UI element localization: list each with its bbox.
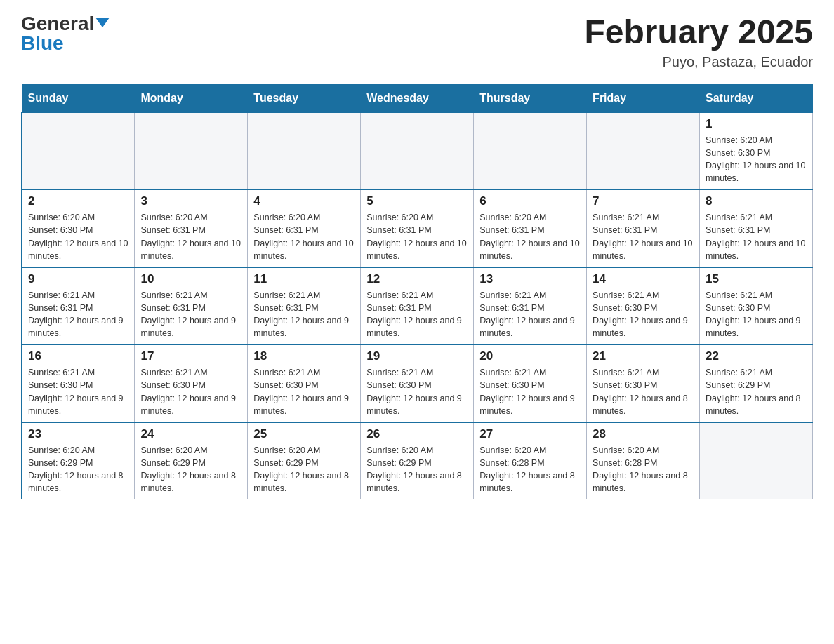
calendar-day-cell (587, 112, 700, 190)
calendar-day-cell: 19Sunrise: 6:21 AMSunset: 6:30 PMDayligh… (361, 344, 474, 422)
day-of-week-header: Sunday (22, 84, 135, 112)
day-info: Sunrise: 6:21 AMSunset: 6:30 PMDaylight:… (253, 366, 355, 417)
day-info: Sunrise: 6:21 AMSunset: 6:30 PMDaylight:… (593, 366, 694, 417)
day-of-week-header: Monday (135, 84, 248, 112)
logo-blue-text: Blue (21, 34, 64, 53)
day-info: Sunrise: 6:20 AMSunset: 6:29 PMDaylight:… (366, 444, 468, 495)
calendar-day-cell: 4Sunrise: 6:20 AMSunset: 6:31 PMDaylight… (248, 189, 361, 267)
day-number: 25 (253, 427, 355, 441)
day-info: Sunrise: 6:21 AMSunset: 6:30 PMDaylight:… (28, 366, 128, 417)
calendar-day-cell: 28Sunrise: 6:20 AMSunset: 6:28 PMDayligh… (587, 422, 700, 499)
calendar-week-row: 9Sunrise: 6:21 AMSunset: 6:31 PMDaylight… (22, 267, 813, 345)
day-number: 12 (366, 272, 468, 286)
day-number: 9 (28, 272, 128, 286)
day-number: 22 (706, 349, 807, 363)
day-info: Sunrise: 6:20 AMSunset: 6:31 PMDaylight:… (366, 211, 468, 262)
day-info: Sunrise: 6:20 AMSunset: 6:28 PMDaylight:… (593, 444, 694, 495)
calendar-day-cell: 16Sunrise: 6:21 AMSunset: 6:30 PMDayligh… (22, 344, 135, 422)
calendar-day-cell: 13Sunrise: 6:21 AMSunset: 6:31 PMDayligh… (474, 267, 587, 345)
calendar-week-row: 2Sunrise: 6:20 AMSunset: 6:30 PMDaylight… (22, 189, 813, 267)
day-number: 13 (479, 272, 581, 286)
day-info: Sunrise: 6:20 AMSunset: 6:30 PMDaylight:… (706, 134, 807, 185)
day-info: Sunrise: 6:20 AMSunset: 6:31 PMDaylight:… (140, 211, 241, 262)
calendar-day-cell: 3Sunrise: 6:20 AMSunset: 6:31 PMDaylight… (135, 189, 248, 267)
calendar-day-cell (700, 422, 813, 499)
day-number: 26 (366, 427, 468, 441)
calendar-day-cell: 2Sunrise: 6:20 AMSunset: 6:30 PMDaylight… (22, 189, 135, 267)
day-info: Sunrise: 6:20 AMSunset: 6:30 PMDaylight:… (28, 211, 128, 262)
day-info: Sunrise: 6:20 AMSunset: 6:31 PMDaylight:… (253, 211, 355, 262)
day-number: 8 (706, 194, 807, 208)
day-number: 2 (28, 194, 128, 208)
day-number: 7 (593, 194, 694, 208)
calendar-table: SundayMondayTuesdayWednesdayThursdayFrid… (21, 84, 813, 500)
calendar-day-cell: 14Sunrise: 6:21 AMSunset: 6:30 PMDayligh… (587, 267, 700, 345)
day-number: 20 (479, 349, 581, 363)
calendar-day-cell: 20Sunrise: 6:21 AMSunset: 6:30 PMDayligh… (474, 344, 587, 422)
calendar-day-cell (474, 112, 587, 190)
calendar-day-cell: 27Sunrise: 6:20 AMSunset: 6:28 PMDayligh… (474, 422, 587, 499)
day-info: Sunrise: 6:21 AMSunset: 6:31 PMDaylight:… (706, 211, 807, 262)
day-number: 23 (28, 427, 128, 441)
calendar-day-cell: 18Sunrise: 6:21 AMSunset: 6:30 PMDayligh… (248, 344, 361, 422)
day-number: 19 (366, 349, 468, 363)
day-info: Sunrise: 6:21 AMSunset: 6:31 PMDaylight:… (593, 211, 694, 262)
day-number: 21 (593, 349, 694, 363)
day-number: 6 (479, 194, 581, 208)
calendar-week-row: 1Sunrise: 6:20 AMSunset: 6:30 PMDaylight… (22, 112, 813, 190)
day-of-week-header: Tuesday (248, 84, 361, 112)
calendar-week-row: 16Sunrise: 6:21 AMSunset: 6:30 PMDayligh… (22, 344, 813, 422)
day-info: Sunrise: 6:21 AMSunset: 6:31 PMDaylight:… (253, 289, 355, 340)
day-info: Sunrise: 6:21 AMSunset: 6:31 PMDaylight:… (28, 289, 128, 340)
day-number: 28 (593, 427, 694, 441)
calendar-day-cell (361, 112, 474, 190)
logo-arrow-icon (95, 18, 110, 27)
calendar-day-cell (22, 112, 135, 190)
day-info: Sunrise: 6:21 AMSunset: 6:31 PMDaylight:… (140, 289, 241, 340)
calendar-day-cell (248, 112, 361, 190)
location-title: Puyo, Pastaza, Ecuador (584, 54, 813, 70)
day-info: Sunrise: 6:21 AMSunset: 6:30 PMDaylight:… (140, 366, 241, 417)
day-number: 11 (253, 272, 355, 286)
day-number: 10 (140, 272, 241, 286)
calendar-header-row: SundayMondayTuesdayWednesdayThursdayFrid… (22, 84, 813, 112)
day-info: Sunrise: 6:21 AMSunset: 6:31 PMDaylight:… (366, 289, 468, 340)
calendar-day-cell: 5Sunrise: 6:20 AMSunset: 6:31 PMDaylight… (361, 189, 474, 267)
day-info: Sunrise: 6:21 AMSunset: 6:30 PMDaylight:… (479, 366, 581, 417)
logo: General Blue (21, 14, 110, 53)
day-info: Sunrise: 6:20 AMSunset: 6:29 PMDaylight:… (253, 444, 355, 495)
day-info: Sunrise: 6:20 AMSunset: 6:29 PMDaylight:… (140, 444, 241, 495)
day-number: 14 (593, 272, 694, 286)
calendar-day-cell: 21Sunrise: 6:21 AMSunset: 6:30 PMDayligh… (587, 344, 700, 422)
day-of-week-header: Saturday (700, 84, 813, 112)
calendar-day-cell: 17Sunrise: 6:21 AMSunset: 6:30 PMDayligh… (135, 344, 248, 422)
day-info: Sunrise: 6:20 AMSunset: 6:31 PMDaylight:… (479, 211, 581, 262)
calendar-week-row: 23Sunrise: 6:20 AMSunset: 6:29 PMDayligh… (22, 422, 813, 499)
page-header: General Blue February 2025 Puyo, Pastaza… (21, 14, 813, 70)
day-number: 15 (706, 272, 807, 286)
calendar-day-cell: 8Sunrise: 6:21 AMSunset: 6:31 PMDaylight… (700, 189, 813, 267)
logo-general-text: General (21, 14, 94, 34)
calendar-day-cell: 24Sunrise: 6:20 AMSunset: 6:29 PMDayligh… (135, 422, 248, 499)
day-number: 1 (706, 117, 807, 131)
day-number: 5 (366, 194, 468, 208)
calendar-day-cell: 6Sunrise: 6:20 AMSunset: 6:31 PMDaylight… (474, 189, 587, 267)
day-number: 16 (28, 349, 128, 363)
day-info: Sunrise: 6:20 AMSunset: 6:29 PMDaylight:… (28, 444, 128, 495)
calendar-day-cell: 11Sunrise: 6:21 AMSunset: 6:31 PMDayligh… (248, 267, 361, 345)
day-info: Sunrise: 6:21 AMSunset: 6:30 PMDaylight:… (706, 289, 807, 340)
day-of-week-header: Thursday (474, 84, 587, 112)
calendar-day-cell: 12Sunrise: 6:21 AMSunset: 6:31 PMDayligh… (361, 267, 474, 345)
calendar-day-cell: 26Sunrise: 6:20 AMSunset: 6:29 PMDayligh… (361, 422, 474, 499)
title-block: February 2025 Puyo, Pastaza, Ecuador (584, 14, 813, 70)
calendar-day-cell: 22Sunrise: 6:21 AMSunset: 6:29 PMDayligh… (700, 344, 813, 422)
day-number: 3 (140, 194, 241, 208)
day-number: 17 (140, 349, 241, 363)
calendar-day-cell (135, 112, 248, 190)
day-number: 27 (479, 427, 581, 441)
calendar-day-cell: 1Sunrise: 6:20 AMSunset: 6:30 PMDaylight… (700, 112, 813, 190)
day-of-week-header: Friday (587, 84, 700, 112)
day-info: Sunrise: 6:21 AMSunset: 6:30 PMDaylight:… (593, 289, 694, 340)
day-number: 18 (253, 349, 355, 363)
day-number: 24 (140, 427, 241, 441)
